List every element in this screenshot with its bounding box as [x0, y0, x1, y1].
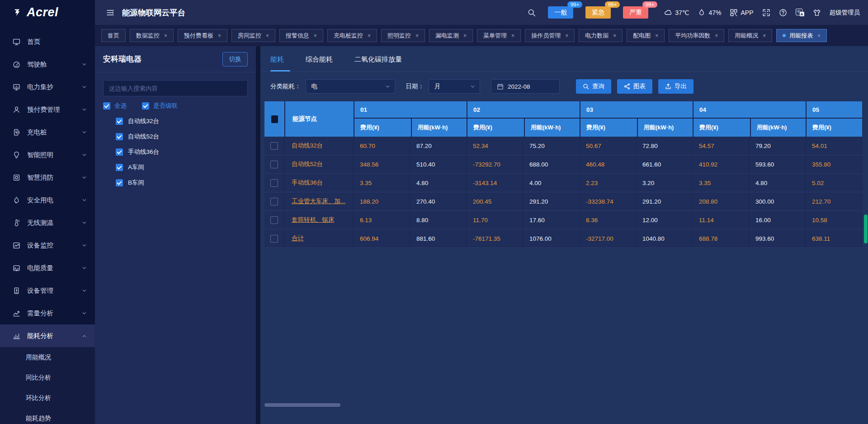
close-tab-icon[interactable]: × — [368, 33, 371, 39]
tab-12[interactable]: 平均功率因数× — [669, 29, 724, 42]
current-user[interactable]: 超级管理员 — [830, 9, 860, 17]
tree-node-4[interactable]: B车间 — [116, 175, 256, 191]
sidebar-item-13[interactable]: 能耗分析 — [0, 324, 95, 347]
close-tab-icon[interactable]: × — [463, 33, 467, 39]
sidebar-item-1[interactable]: 驾驶舱 — [0, 53, 95, 76]
sidebar-item-10[interactable]: 电能质量 — [0, 257, 95, 279]
sidebar-item-label: 能耗分析 — [27, 332, 53, 340]
vertical-scrollbar-thumb[interactable] — [864, 214, 868, 243]
device-search-input[interactable] — [104, 85, 247, 92]
select-all-option[interactable]: 全选 — [103, 102, 127, 110]
fullscreen-icon[interactable] — [762, 9, 770, 17]
tab-1[interactable]: 数据监控× — [130, 29, 174, 42]
row-checkbox[interactable] — [270, 198, 278, 205]
export-button[interactable]: 导出 — [658, 79, 693, 94]
row-checkbox[interactable] — [270, 216, 278, 224]
cascade-checkbox[interactable] — [142, 102, 149, 110]
date-picker[interactable]: 2022-08 — [491, 79, 560, 94]
tab-13[interactable]: 用能概况× — [728, 29, 772, 42]
tab-5[interactable]: 充电桩监控× — [327, 29, 377, 42]
tab-7[interactable]: 漏电监测× — [429, 29, 473, 42]
sidebar-item-2[interactable]: 电力集抄 — [0, 76, 95, 98]
help-icon[interactable] — [779, 9, 787, 17]
close-tab-icon[interactable]: × — [763, 33, 766, 39]
sidebar-item-6[interactable]: 智慧消防 — [0, 166, 95, 189]
tab-8[interactable]: 菜单管理× — [477, 29, 521, 42]
sidebar-item-0[interactable]: 首页 — [0, 30, 95, 53]
tree-node-checkbox[interactable] — [116, 118, 123, 125]
sidebar-item-11[interactable]: 设备管理 — [0, 279, 95, 302]
alarm-badge-severe[interactable]: 严重99+ — [623, 6, 648, 19]
alarm-badge-urgent[interactable]: 紧急99+ — [585, 6, 611, 19]
tab-3[interactable]: 房间监控× — [231, 29, 275, 42]
tree-node-checkbox[interactable] — [116, 164, 123, 171]
tab-14[interactable]: 用能报表× — [776, 29, 827, 42]
sidebar-item-label: 首页 — [27, 38, 40, 46]
app-download[interactable]: APP — [730, 9, 753, 17]
chart-button[interactable]: 图表 — [617, 79, 652, 94]
table-cell: 17.60 — [523, 211, 580, 229]
close-tab-icon[interactable]: × — [266, 33, 269, 39]
tab-4[interactable]: 报警信息× — [279, 29, 323, 42]
tab-6[interactable]: 照明监控× — [381, 29, 425, 42]
tab-energy-consumption[interactable]: 能耗 — [270, 55, 284, 71]
tab-0[interactable]: 首页 — [101, 29, 126, 42]
tree-node-3[interactable]: A车间 — [116, 160, 256, 175]
horizontal-scrollbar-thumb[interactable] — [264, 403, 340, 407]
alarm-badge-normal[interactable]: 一般99+ — [548, 6, 573, 19]
close-tab-icon[interactable]: × — [511, 33, 514, 39]
row-checkbox[interactable] — [270, 179, 278, 187]
close-tab-icon[interactable]: × — [565, 33, 568, 39]
energy-node-name[interactable]: 合计 — [284, 229, 354, 248]
tree-node-checkbox[interactable] — [116, 179, 123, 186]
header-checkbox[interactable] — [271, 115, 278, 123]
energy-node-name[interactable]: 套筒转机、锯床 — [284, 211, 354, 229]
submenu-item-2[interactable]: 环比分析 — [0, 388, 95, 408]
sidebar-item-label: 电能质量 — [27, 264, 53, 272]
close-tab-icon[interactable]: × — [164, 33, 167, 39]
sidebar-item-8[interactable]: 无线测温 — [0, 211, 95, 234]
query-button[interactable]: 查询 — [576, 79, 611, 94]
tab-co2-emission[interactable]: 二氧化碳排放量 — [354, 55, 402, 71]
submenu-item-3[interactable]: 能耗趋势 — [0, 408, 95, 424]
sidebar-item-5[interactable]: 智能照明 — [0, 143, 95, 166]
tab-9[interactable]: 操作员管理× — [525, 29, 575, 42]
submenu-item-0[interactable]: 用能概况 — [0, 347, 95, 367]
tree-node-1[interactable]: 自动线52台 — [116, 129, 256, 144]
category-select[interactable]: 电 — [306, 79, 395, 94]
row-checkbox[interactable] — [270, 161, 278, 168]
theme-icon[interactable] — [813, 9, 821, 17]
switch-button[interactable]: 切换 — [222, 52, 248, 67]
row-checkbox[interactable] — [270, 142, 278, 150]
tree-node-checkbox[interactable] — [116, 133, 123, 140]
tree-node-0[interactable]: 自动线32台 — [116, 114, 256, 129]
sidebar-item-9[interactable]: 设备监控 — [0, 234, 95, 257]
close-tab-icon[interactable]: × — [817, 33, 821, 39]
granularity-select[interactable]: 月 — [429, 79, 480, 94]
sidebar-item-4[interactable]: 充电桩 — [0, 121, 95, 143]
tree-node-checkbox[interactable] — [116, 148, 123, 156]
select-all-checkbox[interactable] — [103, 102, 110, 110]
close-tab-icon[interactable]: × — [715, 33, 718, 39]
row-checkbox-cell — [264, 192, 284, 210]
submenu-item-1[interactable]: 同比分析 — [0, 367, 95, 388]
close-tab-icon[interactable]: × — [415, 33, 419, 39]
close-tab-icon[interactable]: × — [613, 33, 616, 39]
row-checkbox[interactable] — [270, 235, 278, 243]
tab-11[interactable]: 配电图× — [627, 29, 665, 42]
close-tab-icon[interactable]: × — [655, 33, 658, 39]
sidebar-item-3[interactable]: 预付费管理 — [0, 98, 95, 121]
tab-2[interactable]: 预付费看板× — [178, 29, 227, 42]
close-tab-icon[interactable]: × — [314, 33, 317, 39]
close-tab-icon[interactable]: × — [218, 33, 221, 39]
language-icon[interactable]: 中A — [796, 9, 804, 16]
cascade-option[interactable]: 是否级联 — [142, 102, 178, 110]
sidebar-item-12[interactable]: 需量分析 — [0, 302, 95, 324]
tree-node-2[interactable]: 手动线36台 — [116, 144, 256, 160]
search-icon[interactable] — [528, 9, 536, 17]
tab-10[interactable]: 电力数据× — [579, 29, 623, 42]
tab-comprehensive-energy[interactable]: 综合能耗 — [306, 55, 333, 71]
sidebar-item-7[interactable]: 安全用电 — [0, 189, 95, 211]
collapse-menu-icon[interactable] — [106, 8, 115, 17]
energy-node-name[interactable]: 工业管大车床、加... — [284, 192, 354, 210]
